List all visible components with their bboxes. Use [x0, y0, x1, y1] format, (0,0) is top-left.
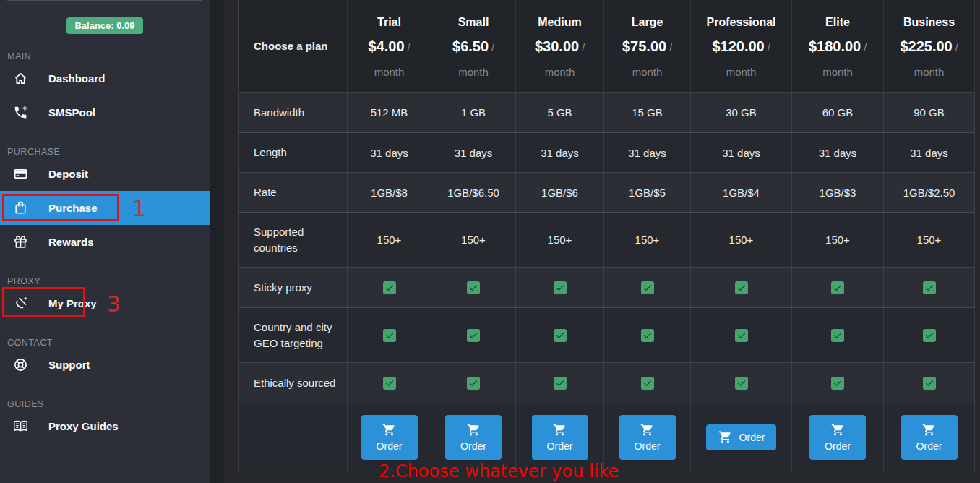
feature-value: 150+ [884, 213, 975, 267]
order-button-label: Order [916, 440, 942, 452]
feature-value: 5 GB [516, 93, 604, 132]
order-cell-large: Order [604, 403, 691, 471]
order-button-label: Order [377, 440, 403, 452]
plan-name: Medium [538, 16, 581, 29]
feature-value: 1GB/$5 [604, 173, 691, 212]
order-button-elite[interactable]: Order [809, 415, 866, 460]
checked-checkbox-icon [735, 281, 748, 294]
cart-icon [640, 423, 655, 437]
plan-price-line: $30.00/ [535, 38, 585, 55]
plan-name: Small [458, 16, 489, 29]
feature-check-cell [516, 363, 604, 403]
feature-value: 150+ [604, 213, 691, 267]
nav-section-main: MAINDashboardSMSPool [0, 51, 210, 129]
checked-checkbox-icon [831, 329, 844, 342]
order-cell-trial: Order [348, 403, 431, 471]
feature-check-cell [516, 268, 604, 307]
plan-per-month: month [458, 66, 489, 78]
nav-section-label: GUIDES [7, 399, 210, 409]
sidebar-item-purchase[interactable]: Purchase1 [0, 191, 210, 225]
plan-header-medium: Medium$30.00/month [516, 0, 604, 92]
plan-price-line: $225.00/ [900, 38, 958, 55]
plan-header-business: Business$225.00/month [884, 0, 975, 92]
open-book-icon [12, 419, 28, 435]
feature-value: 150+ [691, 213, 792, 267]
feature-value: 1GB/$8 [348, 173, 431, 212]
feature-value: 1GB/$6 [516, 173, 604, 212]
feature-value: 150+ [792, 213, 884, 267]
feature-value: 1GB/$4 [691, 173, 792, 212]
sidebar-item-label: Purchase [48, 202, 98, 214]
sidebar-item-rewards[interactable]: Rewards [0, 225, 210, 259]
checked-checkbox-icon [554, 329, 567, 342]
plan-price-line: $75.00/ [622, 38, 672, 55]
order-button-trial[interactable]: Order [361, 415, 418, 460]
feature-value: 1 GB [431, 93, 516, 132]
sidebar-item-deposit[interactable]: Deposit [0, 157, 210, 191]
feature-check-cell [431, 363, 516, 403]
plan-name: Business [903, 16, 955, 29]
feature-value: 1GB/$3 [792, 173, 884, 212]
checked-checkbox-icon [554, 377, 567, 390]
order-cell-medium: Order [516, 403, 604, 471]
cart-icon [830, 423, 846, 437]
feature-row-length: Length31 days31 days31 days31 days31 day… [239, 133, 975, 173]
sidebar-item-my-proxy[interactable]: My Proxy3 [0, 286, 210, 320]
sidebar-item-label: Proxy Guides [48, 420, 119, 432]
sidebar-item-label: SMSPool [48, 106, 95, 119]
sidebar-item-support[interactable]: Support [0, 348, 210, 382]
order-button-large[interactable]: Order [619, 415, 676, 460]
price-separator: / [491, 42, 494, 54]
feature-check-cell [348, 363, 431, 403]
nav-section-label: PROXY [7, 276, 210, 286]
feature-value: 1GB/$2.50 [884, 173, 975, 212]
sidebar-item-dashboard[interactable]: Dashboard [0, 61, 210, 95]
feature-value: 31 days [604, 133, 691, 172]
satellite-dish-icon [12, 296, 28, 312]
plan-price: $225.00 [900, 38, 952, 54]
checked-checkbox-icon [641, 329, 654, 342]
sidebar-item-proxy-guides[interactable]: Proxy Guides [0, 409, 210, 443]
order-row-empty-cell [239, 403, 348, 471]
price-separator: / [582, 42, 585, 54]
feature-check-cell [691, 268, 792, 307]
plan-price-line: $120.00/ [712, 38, 770, 55]
order-button-small[interactable]: Order [445, 415, 502, 460]
sidebar: Balance: 0.09 MAINDashboardSMSPoolPURCHA… [0, 0, 210, 483]
checked-checkbox-icon [467, 329, 480, 342]
feature-label: Sticky proxy [239, 268, 348, 307]
checked-checkbox-icon [383, 329, 396, 342]
feature-row-rate: Rate1GB/$81GB/$6.501GB/$61GB/$51GB/$41GB… [239, 173, 975, 213]
feature-value: 31 days [431, 133, 516, 172]
plan-per-month: month [914, 66, 945, 78]
feature-check-cell [604, 268, 691, 307]
feature-value: 15 GB [604, 93, 691, 132]
feature-value: 31 days [348, 133, 431, 172]
plan-name: Trial [377, 16, 401, 29]
feature-row-sticky-proxy: Sticky proxy [239, 268, 975, 308]
sidebar-top-divider [7, 0, 202, 1]
plan-header-professional: Professional$120.00/month [691, 0, 792, 92]
feature-check-cell [691, 308, 792, 362]
nav-section-purchase: PURCHASEDepositPurchase1Rewards [0, 147, 210, 259]
plan-price-line: $6.50/ [452, 38, 494, 55]
feature-label: Length [239, 133, 348, 172]
feature-label: Ethically sourced [239, 363, 348, 403]
home-icon [12, 71, 28, 87]
order-button-medium[interactable]: Order [532, 415, 588, 460]
feature-check-cell [792, 308, 884, 362]
feature-check-cell [431, 308, 516, 362]
checked-checkbox-icon [831, 281, 844, 294]
order-button-label: Order [739, 432, 765, 443]
sidebar-item-smspool[interactable]: SMSPool [0, 95, 210, 129]
order-button-business[interactable]: Order [901, 415, 958, 460]
checked-checkbox-icon [641, 377, 654, 390]
order-button-label: Order [635, 440, 661, 452]
nav-section-label: MAIN [7, 51, 210, 61]
order-button-professional[interactable]: Order [706, 424, 776, 450]
cart-icon [921, 423, 937, 437]
price-separator: / [408, 42, 411, 54]
plan-name: Large [632, 16, 663, 29]
checked-checkbox-icon [735, 377, 748, 390]
gift-icon [12, 234, 28, 250]
